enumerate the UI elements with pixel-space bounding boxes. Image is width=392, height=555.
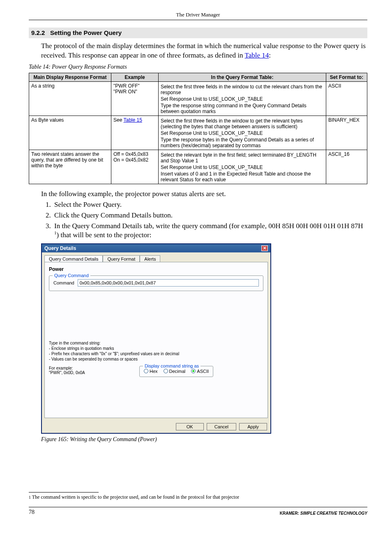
table-row: Two relevant states answer the query, th… (29, 150, 367, 184)
instr-line: Set Response Unit to USE_LOOK_UP_TABLE (161, 164, 324, 170)
instr-line: Type the response string command in the … (161, 103, 324, 114)
query-command-legend: Query Command (53, 273, 90, 278)
brand-k: KRAMER: (280, 511, 299, 516)
table-14-link[interactable]: Table 14 (245, 51, 269, 59)
cell-instructions: Select the first three fields in the win… (159, 116, 326, 150)
dialog-titlebar[interactable]: Query Details ✕ (42, 244, 270, 252)
cell-example-pre: See (113, 117, 123, 123)
cell-format: Two relevant states answer the query, th… (29, 150, 111, 184)
table-row: As a string "PWR OFF" "PWR ON" Select th… (29, 81, 367, 116)
example-line: "PWR", 0x0D, 0x0A (49, 370, 123, 375)
cell-setformat: ASCII_16 (326, 150, 367, 184)
th-example: Example (111, 73, 159, 81)
footnote: 1 The command written is specific to the… (29, 494, 367, 501)
radio-icon (191, 369, 196, 373)
instr-line: Insert values of 0 and 1 in the Expected… (161, 171, 324, 183)
footnote-text: The command written is specific to the p… (31, 494, 239, 500)
tab-query-format[interactable]: Query Format (103, 255, 140, 262)
query-command-fieldset: Query Command Command (49, 275, 263, 291)
brand-rest: SIMPLE CREATIVE TECHNOLOGY (299, 511, 367, 516)
cancel-button[interactable]: Cancel (207, 423, 236, 430)
step-suffix: ) that will be sent to the projector: (57, 231, 152, 239)
table-row: As Byte values See Table 15 Select the f… (29, 116, 367, 150)
hint-block: Type in the command string: - Enclose st… (49, 340, 263, 362)
cell-instructions: Select the first three fields in the win… (159, 81, 326, 116)
response-format-table: Main Display Response Format Example In … (29, 73, 367, 184)
dialog-tabs: Query Command Details Query Format Alert… (42, 252, 270, 262)
hint-line: - Enclose strings in quotation marks (49, 346, 263, 351)
dialog-title-text: Query Details (44, 245, 76, 251)
instr-line: Select the first three fields in the win… (161, 118, 324, 130)
table-15-link[interactable]: Table 15 (123, 117, 142, 123)
cell-instructions: Select the relevant byte in the first fi… (159, 150, 326, 184)
cell-format: As Byte values (29, 116, 111, 150)
cell-example: See Table 15 (111, 116, 159, 150)
query-details-dialog: Query Details ✕ Query Command Details Qu… (41, 243, 271, 434)
dialog-panel: Power Query Command Command Type in the … (44, 262, 268, 418)
top-rule (29, 20, 367, 20)
radio-label: Hex (150, 369, 158, 374)
intro-text-1: The protocol of the main display determi… (41, 42, 366, 59)
cell-example: Off = 0x45,0x83 On = 0x45,0x82 (111, 150, 159, 184)
radio-decimal[interactable]: Decimal (164, 369, 186, 374)
apply-button[interactable]: Apply (239, 423, 267, 430)
hint-line: - Values can be seperated by commas or s… (49, 356, 263, 362)
brand-text: KRAMER: SIMPLE CREATIVE TECHNOLOGY (280, 511, 367, 516)
cell-format: As a string (29, 81, 111, 116)
figure-caption: Figure 165: Writing the Query Command (P… (41, 436, 367, 443)
step-item: Click the Query Command Details button. (53, 211, 367, 220)
page-number: 78 (29, 509, 35, 516)
command-label: Command (53, 280, 74, 285)
instr-line: Select the first three fields in the win… (161, 84, 324, 95)
step-item: In the Query Command Details tab, write … (53, 222, 367, 239)
steps-list: Select the Power Query. Click the Query … (53, 201, 367, 239)
instr-line: Set Response Unit to USE_LOOK_UP_TABLE (161, 130, 324, 136)
close-icon[interactable]: ✕ (261, 245, 268, 251)
page-footer: 78 KRAMER: SIMPLE CREATIVE TECHNOLOGY (29, 507, 367, 516)
dialog-button-row: OK Cancel Apply (42, 421, 270, 433)
section-title: Setting the Power Query (50, 29, 122, 36)
intro-paragraph: The protocol of the main display determi… (41, 42, 367, 60)
running-head: The Driver Manager (29, 12, 367, 18)
footnote-rule (29, 492, 99, 493)
cell-setformat: ASCII (326, 81, 367, 116)
th-response-format: Main Display Response Format (29, 73, 111, 81)
tab-query-command-details[interactable]: Query Command Details (44, 255, 103, 262)
display-as-legend: Display command string as (143, 363, 201, 368)
section-heading-bar: 9.2.2 Setting the Power Query (29, 28, 367, 38)
radio-icon (144, 369, 148, 373)
cell-setformat: BINARY_HEX (326, 116, 367, 150)
th-set-format: Set Format to: (326, 73, 367, 81)
step-text: In the Query Command Details tab, write … (54, 222, 363, 230)
radio-ascii[interactable]: ASCII (191, 369, 209, 374)
ok-button[interactable]: OK (176, 423, 204, 430)
radio-label: Decimal (169, 369, 186, 374)
after-table-para: In the following example, the projector … (41, 190, 367, 198)
th-query-format: In the Query Format Table: (159, 73, 326, 81)
hint-line: Type in the command string: (49, 340, 263, 346)
hint-line: - Prefix hex characters with "0x" or "$"… (49, 351, 263, 356)
tab-alerts[interactable]: Alerts (140, 255, 160, 262)
command-input[interactable] (78, 279, 259, 287)
cell-example: "PWR OFF" "PWR ON" (111, 81, 159, 116)
instr-line: Type the response bytes in the Query Com… (161, 137, 324, 148)
instr-line: Select the relevant byte in the first fi… (161, 152, 324, 164)
table-caption: Table 14: Power Query Response Formats (29, 64, 367, 70)
power-label: Power (49, 266, 263, 272)
step-item: Select the Power Query. (53, 201, 367, 209)
example-line: For example: (49, 366, 123, 370)
radio-icon (164, 369, 168, 373)
section-number: 9.2.2 (31, 29, 45, 36)
instr-line: Set Response Unit to USE_LOOK_UP_TABLE (161, 96, 324, 102)
radio-hex[interactable]: Hex (144, 369, 158, 374)
intro-text-2: : (269, 51, 271, 59)
radio-label: ASCII (197, 369, 209, 374)
display-as-fieldset: Display command string as Hex Decimal (139, 366, 213, 377)
